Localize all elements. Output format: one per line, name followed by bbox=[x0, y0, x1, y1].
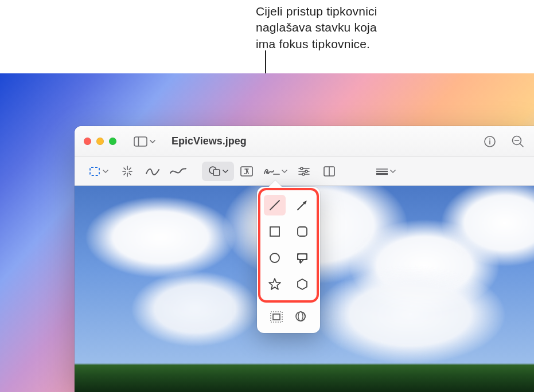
svg-rect-4 bbox=[489, 140, 490, 144]
crop-icon bbox=[323, 166, 336, 177]
shape-grid bbox=[262, 191, 315, 299]
mask-tool-option[interactable] bbox=[266, 308, 287, 326]
rounded-square-shape-option[interactable] bbox=[291, 221, 313, 242]
popover-footer bbox=[262, 307, 315, 327]
svg-line-6 bbox=[520, 143, 524, 147]
line-weight-icon bbox=[375, 167, 389, 175]
close-button[interactable] bbox=[84, 138, 91, 145]
zoom-out-button[interactable] bbox=[511, 135, 525, 148]
crop-tool-button[interactable] bbox=[317, 162, 342, 181]
chevron-down-icon bbox=[103, 168, 108, 174]
svg-rect-38 bbox=[298, 254, 307, 260]
chevron-down-icon bbox=[150, 139, 155, 144]
line-style-button[interactable] bbox=[369, 162, 402, 181]
cloud-decoration bbox=[86, 197, 235, 277]
hexagon-shape-option[interactable] bbox=[291, 274, 313, 295]
info-button[interactable] bbox=[484, 135, 496, 148]
preview-window: EpicViews.jpeg bbox=[75, 126, 534, 392]
svg-line-13 bbox=[124, 168, 126, 170]
svg-rect-18 bbox=[213, 170, 220, 175]
svg-point-24 bbox=[305, 170, 307, 173]
chevron-down-icon bbox=[390, 168, 396, 174]
sparkle-icon bbox=[120, 165, 134, 178]
svg-line-16 bbox=[124, 173, 126, 175]
sketch-tool-button[interactable] bbox=[165, 162, 190, 181]
loupe-icon bbox=[294, 310, 308, 324]
markup-toolbar bbox=[75, 157, 534, 186]
hexagon-icon bbox=[296, 278, 309, 291]
square-shape-option[interactable] bbox=[264, 221, 286, 242]
text-tool-button[interactable] bbox=[234, 162, 259, 181]
svg-line-32 bbox=[270, 201, 279, 210]
minimize-button[interactable] bbox=[96, 138, 104, 145]
shapes-icon bbox=[208, 166, 221, 177]
callout-line-1: Cijeli pristup tipkovnici bbox=[256, 3, 377, 19]
shapes-tool-button[interactable] bbox=[202, 162, 234, 181]
signature-icon bbox=[263, 166, 280, 177]
line-shape-option[interactable] bbox=[264, 195, 286, 215]
sidebar-toggle-button[interactable] bbox=[134, 136, 155, 147]
popover-divider bbox=[263, 301, 314, 302]
titlebar: EpicViews.jpeg bbox=[75, 126, 534, 157]
svg-line-15 bbox=[129, 168, 131, 170]
callout-line-2: naglašava stavku koja bbox=[256, 19, 377, 36]
svg-line-14 bbox=[129, 173, 131, 175]
cloud-decoration bbox=[315, 266, 505, 363]
arrow-icon bbox=[295, 198, 309, 212]
star-icon bbox=[268, 277, 282, 291]
circle-icon bbox=[268, 252, 281, 264]
arrow-shape-option[interactable] bbox=[291, 195, 313, 215]
wave-icon bbox=[169, 166, 186, 177]
svg-marker-39 bbox=[301, 260, 303, 263]
sign-tool-button[interactable] bbox=[259, 162, 291, 181]
select-icon bbox=[89, 166, 102, 177]
chevron-down-icon bbox=[282, 168, 287, 174]
draw-tool-button[interactable] bbox=[140, 162, 165, 181]
maximize-button[interactable] bbox=[109, 138, 116, 145]
loupe-tool-option[interactable] bbox=[290, 308, 312, 326]
sliders-icon bbox=[297, 166, 311, 177]
traffic-lights bbox=[84, 138, 116, 145]
svg-rect-35 bbox=[270, 227, 279, 236]
select-tool-button[interactable] bbox=[83, 162, 115, 181]
svg-rect-43 bbox=[273, 314, 280, 320]
circle-shape-option[interactable] bbox=[264, 248, 286, 268]
star-shape-option[interactable] bbox=[264, 274, 286, 295]
adjust-color-button[interactable] bbox=[291, 162, 317, 181]
square-icon bbox=[268, 225, 281, 238]
desktop-background: EpicViews.jpeg bbox=[0, 73, 534, 392]
svg-rect-0 bbox=[134, 137, 147, 146]
zoom-out-icon bbox=[511, 135, 525, 148]
svg-rect-8 bbox=[90, 167, 99, 175]
speech-bubble-icon bbox=[295, 252, 309, 264]
callout-text: Cijeli pristup tipkovnici naglašava stav… bbox=[256, 3, 377, 52]
svg-marker-40 bbox=[269, 279, 280, 289]
scribble-icon bbox=[145, 166, 160, 177]
mask-icon bbox=[270, 311, 283, 323]
text-box-icon bbox=[240, 166, 254, 177]
sidebar-icon bbox=[134, 136, 147, 147]
svg-point-3 bbox=[489, 138, 490, 139]
svg-point-37 bbox=[270, 253, 279, 262]
rounded-square-icon bbox=[296, 225, 309, 238]
cloud-decoration bbox=[132, 272, 258, 346]
shapes-popover bbox=[257, 187, 320, 333]
callout-line-3: ima fokus tipkovnice. bbox=[256, 36, 377, 52]
instant-alpha-button[interactable] bbox=[115, 162, 140, 181]
svg-point-22 bbox=[301, 167, 303, 170]
window-title: EpicViews.jpeg bbox=[171, 135, 247, 147]
svg-point-26 bbox=[302, 173, 305, 175]
chevron-down-icon bbox=[223, 168, 228, 174]
info-icon bbox=[484, 135, 496, 148]
line-icon bbox=[268, 198, 282, 212]
svg-marker-41 bbox=[298, 279, 307, 289]
svg-rect-42 bbox=[271, 312, 282, 322]
speech-bubble-shape-option[interactable] bbox=[291, 248, 313, 268]
svg-rect-36 bbox=[298, 227, 307, 236]
